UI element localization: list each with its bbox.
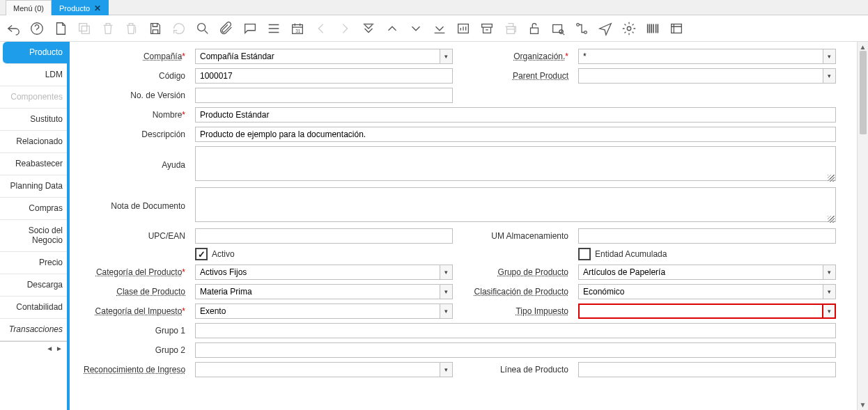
input-compania[interactable] [195, 49, 453, 64]
field-tipo-impuesto[interactable] [578, 303, 836, 319]
close-icon[interactable]: ✕ [94, 3, 101, 13]
lock-icon[interactable] [527, 21, 542, 36]
sidebar-item-producto[interactable]: Producto [3, 42, 67, 64]
barcode-icon[interactable] [645, 21, 660, 36]
dropdown-icon[interactable] [823, 265, 835, 279]
sidebar-item-ldm[interactable]: LDM [0, 64, 67, 86]
sidebar-item-componentes[interactable]: Componentes [0, 86, 67, 109]
input-parent-product[interactable] [578, 68, 836, 84]
sidebar-item-precio[interactable]: Precio [0, 252, 67, 274]
tab-menu[interactable]: Menú (0) [6, 0, 52, 15]
field-cat-impuesto[interactable] [195, 303, 453, 319]
input-tipo-impuesto[interactable] [578, 303, 836, 319]
field-clasif-producto[interactable] [578, 284, 836, 299]
next-icon[interactable] [337, 21, 352, 36]
checkbox-activo[interactable]: Activo [195, 248, 453, 260]
info-panel-icon[interactable] [669, 21, 684, 36]
field-linea-producto[interactable] [578, 362, 836, 377]
input-grupo1[interactable] [195, 323, 836, 338]
help-icon[interactable] [29, 21, 45, 36]
field-cat-producto[interactable] [195, 265, 453, 280]
field-organizacion[interactable] [578, 49, 836, 64]
scroll-thumb[interactable] [860, 51, 867, 134]
sidebar-item-compras[interactable]: Compras [0, 198, 67, 220]
input-no-version[interactable] [195, 88, 453, 103]
sidebar-nav-right-icon[interactable]: ► [56, 345, 63, 352]
scroll-up-icon[interactable]: ▲ [859, 43, 867, 51]
last-icon[interactable] [432, 21, 447, 36]
field-nota-doc[interactable] [195, 187, 836, 224]
field-compania[interactable] [195, 49, 453, 64]
sidebar-item-descarga[interactable]: Descarga [0, 274, 67, 297]
input-cat-producto[interactable] [195, 265, 453, 280]
textarea-ayuda[interactable] [195, 146, 836, 181]
sidebar-item-transacciones[interactable]: Transacciones [0, 319, 67, 341]
field-codigo[interactable] [195, 68, 453, 84]
refresh-icon[interactable] [171, 21, 187, 36]
textarea-nota-doc[interactable] [195, 187, 836, 222]
input-nombre[interactable] [195, 107, 836, 123]
checkbox-entidad-acumulada[interactable]: Entidad Acumulada [578, 248, 836, 260]
field-no-version[interactable] [195, 88, 453, 103]
sidebar-item-reabastecer[interactable]: Reabastecer [0, 153, 67, 175]
dropdown-icon[interactable] [440, 304, 452, 318]
dropdown-icon[interactable] [822, 305, 835, 317]
sidebar-item-sustituto[interactable]: Sustituto [0, 109, 67, 131]
input-cat-impuesto[interactable] [195, 303, 453, 319]
input-organizacion[interactable] [578, 49, 836, 64]
scroll-down-icon[interactable]: ▼ [859, 401, 867, 409]
sidebar-item-relacionado[interactable]: Relacionado [0, 131, 67, 153]
input-clase-producto[interactable] [195, 284, 453, 299]
field-ayuda[interactable] [195, 146, 836, 183]
copy-icon[interactable] [77, 21, 92, 36]
sidebar-nav-left-icon[interactable]: ◄ [46, 345, 53, 352]
gear-icon[interactable] [621, 21, 637, 36]
field-um-alm[interactable] [578, 228, 836, 244]
lookup-icon[interactable] [550, 21, 566, 36]
scrollbar[interactable]: ▲ ▼ [857, 42, 868, 410]
first-icon[interactable] [361, 21, 376, 36]
field-clase-producto[interactable] [195, 284, 453, 299]
calendar-icon[interactable]: 31 [290, 21, 305, 36]
checkbox-icon[interactable] [578, 248, 591, 260]
attach-icon[interactable] [219, 21, 234, 36]
dropdown-icon[interactable] [440, 49, 452, 63]
search-icon[interactable] [195, 21, 210, 36]
dropdown-icon[interactable] [440, 363, 452, 377]
report-icon[interactable] [456, 21, 471, 36]
field-parent-product[interactable] [578, 68, 836, 84]
field-reconoc-ingreso[interactable] [195, 362, 453, 377]
input-clasif-producto[interactable] [578, 284, 836, 299]
input-um-alm[interactable] [578, 228, 836, 244]
workflow-icon[interactable] [574, 21, 589, 36]
undo-icon[interactable] [6, 21, 21, 36]
prev-icon[interactable] [313, 21, 329, 36]
send-icon[interactable] [598, 21, 613, 36]
archive-icon[interactable] [479, 21, 495, 36]
save-icon[interactable] [148, 21, 163, 36]
chat-icon[interactable] [242, 21, 258, 36]
sidebar-item-socio-negocio[interactable]: Socio del Negocio [0, 220, 67, 252]
sidebar-item-planning-data[interactable]: Planning Data [0, 175, 67, 198]
field-grupo-producto[interactable] [578, 265, 836, 280]
dropdown-icon[interactable] [440, 265, 452, 279]
new-icon[interactable] [53, 21, 68, 36]
delete-multi-icon[interactable] [124, 21, 139, 36]
input-linea-producto[interactable] [578, 362, 836, 377]
dropdown-icon[interactable] [823, 285, 835, 299]
up-icon[interactable] [385, 21, 400, 36]
checkbox-icon[interactable] [195, 248, 208, 260]
input-grupo-producto[interactable] [578, 265, 836, 280]
field-grupo1[interactable] [195, 323, 836, 338]
dropdown-icon[interactable] [823, 49, 835, 63]
delete-icon[interactable] [100, 21, 116, 36]
down-icon[interactable] [408, 21, 424, 36]
list-icon[interactable] [266, 21, 281, 36]
dropdown-icon[interactable] [440, 285, 452, 299]
print-icon[interactable] [503, 21, 518, 36]
field-nombre[interactable] [195, 107, 836, 123]
dropdown-icon[interactable] [823, 69, 835, 83]
input-grupo2[interactable] [195, 342, 836, 358]
field-upc-ean[interactable] [195, 228, 453, 244]
input-descripcion[interactable] [195, 127, 836, 142]
